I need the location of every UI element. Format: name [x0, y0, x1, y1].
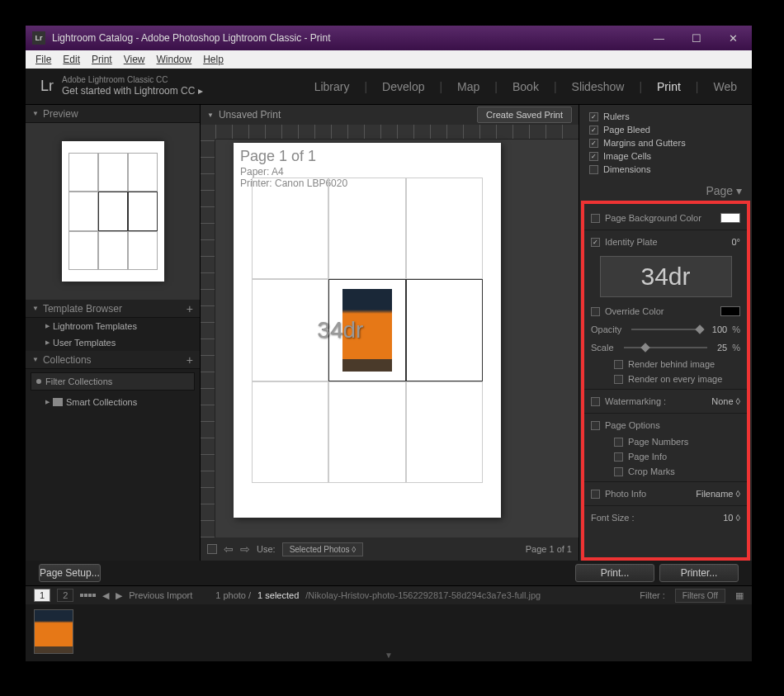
- menu-print[interactable]: Print: [87, 52, 117, 67]
- menu-window[interactable]: Window: [152, 52, 197, 67]
- tagline: Adobe Lightroom Classic CC Get started w…: [62, 75, 203, 97]
- smart-collections[interactable]: ▶Smart Collections: [26, 394, 200, 410]
- bg-color-swatch[interactable]: [720, 213, 740, 223]
- right-panel: ✓Rulers ✓Page Bleed ✓Margins and Gutters…: [579, 105, 752, 561]
- display-1-button[interactable]: 1: [34, 589, 50, 602]
- preview-header[interactable]: ▼Preview: [26, 105, 200, 123]
- canvas[interactable]: Page 1 of 1 Paper: A4 Printer: Canon LBP…: [201, 125, 579, 537]
- template-browser-header[interactable]: ▼Template Browser+: [26, 300, 200, 318]
- app-header: Lr Adobe Lightroom Classic CC Get starte…: [26, 69, 752, 105]
- module-slideshow[interactable]: Slideshow: [572, 80, 625, 93]
- crop-marks-checkbox[interactable]: [614, 467, 623, 476]
- menu-file[interactable]: File: [31, 52, 56, 67]
- source-label[interactable]: Previous Import: [129, 590, 192, 600]
- preview-paper: [62, 141, 164, 282]
- filmstrip-thumbnail[interactable]: [34, 609, 73, 654]
- cells-checkbox[interactable]: ✓: [589, 152, 598, 161]
- add-collection-icon[interactable]: +: [187, 353, 193, 367]
- display-2-button[interactable]: 2: [57, 589, 73, 602]
- grid-icon[interactable]: [80, 594, 96, 597]
- paper[interactable]: Page 1 of 1 Paper: A4 Printer: Canon LBP…: [234, 143, 501, 518]
- page-options-checkbox[interactable]: [591, 421, 600, 430]
- maximize-button[interactable]: ☐: [678, 26, 715, 50]
- next-page-icon[interactable]: ⇨: [240, 542, 250, 556]
- highlighted-section: Page Background Color ✓Identity Plate0° …: [581, 201, 750, 561]
- font-size-select[interactable]: 10 ◊: [723, 513, 740, 523]
- module-library[interactable]: Library: [314, 80, 350, 93]
- identity-plate-overlay[interactable]: 34dr: [317, 317, 363, 343]
- render-behind-checkbox[interactable]: [614, 360, 623, 369]
- bottom-bar: Page Setup... Print... Printer...: [26, 561, 752, 585]
- center-footer: ⇦ ⇨ Use: Selected Photos ◊ Page 1 of 1: [201, 537, 579, 561]
- next-icon[interactable]: ▶: [116, 590, 122, 601]
- user-templates[interactable]: ▶User Templates: [26, 334, 200, 351]
- page-info-checkbox[interactable]: [614, 452, 623, 462]
- filter-lock-icon[interactable]: ▦: [735, 590, 744, 601]
- select-all-checkbox[interactable]: [207, 544, 217, 554]
- module-book[interactable]: Book: [512, 80, 539, 93]
- photo-info-select[interactable]: Filename ◊: [696, 489, 740, 499]
- filter-collections-input[interactable]: Filter Collections: [31, 372, 195, 391]
- module-map[interactable]: Map: [457, 80, 479, 93]
- identity-plate-preview[interactable]: 34dr: [600, 256, 732, 297]
- module-web[interactable]: Web: [713, 80, 737, 93]
- page-numbers-checkbox[interactable]: [614, 438, 623, 447]
- module-picker: Library| Develop| Map| Book| Slideshow| …: [314, 80, 737, 93]
- rulers-checkbox[interactable]: ✓: [589, 112, 598, 121]
- override-color-checkbox[interactable]: [591, 307, 600, 316]
- watermarking-select[interactable]: None ◊: [711, 396, 740, 406]
- ruler-horizontal: [215, 125, 579, 140]
- prev-page-icon[interactable]: ⇦: [224, 542, 234, 556]
- collapse-filmstrip-icon[interactable]: ▼: [385, 651, 393, 660]
- titlebar: Lr Lightroom Catalog - Adobe Photoshop L…: [26, 26, 752, 50]
- menu-view[interactable]: View: [119, 52, 150, 67]
- module-print[interactable]: Print: [657, 80, 681, 93]
- bg-color-checkbox[interactable]: [591, 214, 600, 223]
- collection-icon: [53, 398, 63, 406]
- override-color-swatch[interactable]: [720, 306, 740, 316]
- prev-icon[interactable]: ◀: [102, 590, 109, 601]
- watermarking-checkbox[interactable]: [591, 397, 600, 406]
- logo: Lr: [40, 78, 54, 95]
- dimensions-checkbox[interactable]: [589, 165, 598, 174]
- center-header: ▼ Unsaved Print Create Saved Print: [201, 105, 579, 125]
- center-panel: ▼ Unsaved Print Create Saved Print Page …: [201, 105, 579, 561]
- search-icon: [36, 379, 41, 384]
- page-section-header[interactable]: Page ▾: [579, 181, 752, 201]
- guides-section: ✓Rulers ✓Page Bleed ✓Margins and Gutters…: [579, 105, 752, 181]
- render-every-checkbox[interactable]: [614, 375, 623, 384]
- photo-path: /Nikolay-Hristov-photo-1562292817-58d294…: [305, 590, 541, 600]
- opacity-slider[interactable]: [631, 329, 702, 330]
- collections-header[interactable]: ▼Collections+: [26, 351, 200, 369]
- page-indicator: Page 1 of 1: [526, 544, 572, 554]
- collapse-icon[interactable]: ▼: [207, 111, 214, 119]
- preview-area: [26, 123, 200, 300]
- ruler-vertical: [201, 140, 215, 537]
- margins-checkbox[interactable]: ✓: [589, 139, 598, 148]
- filter-select[interactable]: Filters Off: [675, 589, 725, 603]
- left-panel: ▼Preview ▼Template Browser+ ▶Lightroom T…: [26, 105, 201, 561]
- image-cell-active[interactable]: 34dr: [328, 279, 405, 381]
- photo-info-checkbox[interactable]: [591, 490, 600, 499]
- printer-button[interactable]: Printer...: [659, 564, 739, 582]
- identity-plate-checkbox[interactable]: ✓: [591, 238, 600, 247]
- menubar: File Edit Print View Window Help: [26, 50, 752, 69]
- scale-slider[interactable]: [624, 347, 707, 348]
- page-setup-button[interactable]: Page Setup...: [39, 564, 101, 582]
- filmstrip: 1 2 ◀ ▶ Previous Import 1 photo / 1 sele…: [26, 585, 752, 661]
- create-saved-print-button[interactable]: Create Saved Print: [477, 107, 572, 123]
- module-develop[interactable]: Develop: [382, 80, 424, 93]
- print-button[interactable]: Print...: [575, 564, 654, 582]
- add-template-icon[interactable]: +: [187, 302, 193, 315]
- minimize-button[interactable]: —: [640, 26, 678, 50]
- menu-edit[interactable]: Edit: [58, 52, 85, 67]
- print-name: Unsaved Print: [219, 109, 281, 121]
- window-title: Lightroom Catalog - Adobe Photoshop Ligh…: [52, 32, 331, 44]
- identity-angle[interactable]: 0°: [731, 237, 740, 247]
- use-select[interactable]: Selected Photos ◊: [282, 542, 364, 556]
- bleed-checkbox[interactable]: ✓: [589, 125, 598, 135]
- menu-help[interactable]: Help: [198, 52, 229, 67]
- lightroom-templates[interactable]: ▶Lightroom Templates: [26, 318, 200, 334]
- app-icon: Lr: [32, 31, 45, 45]
- close-button[interactable]: ✕: [715, 26, 752, 50]
